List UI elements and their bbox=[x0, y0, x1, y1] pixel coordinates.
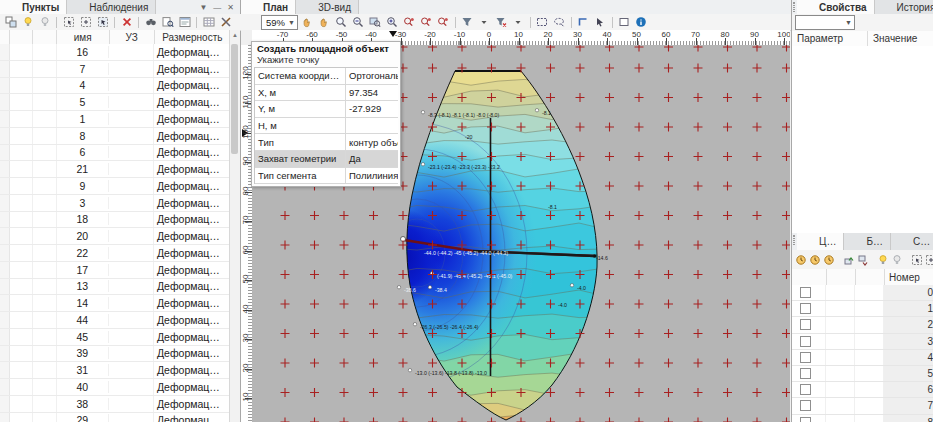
tab-layers[interactable]: С… bbox=[891, 233, 933, 250]
select-cell[interactable] bbox=[792, 317, 826, 332]
name-cell[interactable]: 17 bbox=[57, 264, 110, 276]
zoom-in-icon[interactable] bbox=[385, 15, 400, 29]
dimension-cell[interactable]: Деформац… bbox=[154, 213, 230, 225]
row-selector[interactable] bbox=[0, 329, 10, 345]
select-rect-icon[interactable] bbox=[535, 15, 550, 29]
dimension-cell[interactable]: Деформац… bbox=[154, 46, 230, 58]
bulb-on-icon[interactable] bbox=[877, 253, 889, 267]
attachment-cell[interactable] bbox=[33, 295, 56, 311]
dialog-param-row[interactable]: Типконтур объекта bbox=[255, 134, 398, 151]
tab-properties[interactable]: Свойства bbox=[797, 0, 875, 14]
row-selector[interactable] bbox=[0, 161, 10, 177]
filter-x-icon[interactable] bbox=[494, 15, 509, 29]
bulb-on-icon[interactable] bbox=[20, 15, 35, 29]
number-cell[interactable]: 3 bbox=[884, 334, 933, 349]
dd-icon[interactable] bbox=[511, 15, 526, 29]
uz-cell[interactable] bbox=[109, 346, 154, 362]
clock-icon[interactable] bbox=[809, 253, 821, 267]
filter-icon[interactable] bbox=[460, 15, 475, 29]
dimension-cell[interactable]: Деформац… bbox=[154, 79, 230, 91]
comment-cell[interactable] bbox=[10, 128, 33, 144]
name-cell[interactable]: 21 bbox=[57, 163, 110, 175]
cycle-row[interactable]: 5 bbox=[792, 366, 933, 382]
point-row[interactable]: 5Деформац… bbox=[0, 94, 230, 111]
dimension-cell[interactable]: Деформац… bbox=[154, 130, 230, 142]
point-row[interactable]: 44Деформац… bbox=[0, 312, 230, 329]
comment-cell[interactable] bbox=[10, 94, 33, 110]
uz-cell[interactable] bbox=[109, 329, 154, 345]
layers-swap-icon[interactable] bbox=[3, 15, 18, 29]
delete-x-icon[interactable] bbox=[119, 15, 134, 29]
name-cell[interactable]: 8 bbox=[57, 130, 110, 142]
uz-cell[interactable] bbox=[109, 161, 154, 177]
uz-cell[interactable] bbox=[109, 145, 154, 161]
dd-icon[interactable] bbox=[477, 15, 492, 29]
properties-filter-combobox[interactable]: ▼ bbox=[795, 15, 855, 30]
comment-cell[interactable] bbox=[10, 362, 33, 378]
comment-cell[interactable] bbox=[826, 350, 855, 365]
row-selector[interactable] bbox=[0, 145, 10, 161]
dialog-param-row[interactable]: Y, м-27.929 bbox=[255, 101, 398, 118]
tab-3d-view[interactable]: 3D-вид bbox=[296, 0, 359, 14]
row-selector[interactable] bbox=[0, 279, 10, 295]
comment-cell[interactable] bbox=[826, 382, 855, 397]
comment-cell[interactable] bbox=[826, 301, 855, 316]
dialog-param-row[interactable]: H, м bbox=[255, 118, 398, 135]
attachment-cell[interactable] bbox=[33, 262, 56, 278]
uz-cell[interactable] bbox=[109, 128, 154, 144]
point-row[interactable]: 7Деформац… bbox=[0, 61, 230, 78]
cycle-row[interactable]: 6 bbox=[792, 382, 933, 398]
comment-cell[interactable] bbox=[10, 245, 33, 261]
zoom-user-icon[interactable] bbox=[436, 15, 451, 29]
number-cell[interactable]: 4 bbox=[884, 350, 933, 365]
attachment-cell[interactable] bbox=[855, 301, 884, 316]
dimension-column-header[interactable]: Размерность bbox=[155, 30, 230, 44]
uz-cell[interactable] bbox=[109, 78, 154, 94]
dimension-cell[interactable]: Деформац… bbox=[154, 163, 230, 175]
select-cell[interactable] bbox=[792, 366, 826, 381]
bulb-off-icon[interactable] bbox=[891, 253, 903, 267]
comment-cell[interactable] bbox=[10, 228, 33, 244]
point-row[interactable]: 6Деформац… bbox=[0, 145, 230, 162]
attachment-cell[interactable] bbox=[855, 415, 884, 422]
comment-cell[interactable] bbox=[826, 398, 855, 413]
zoom-out-icon[interactable] bbox=[351, 15, 366, 29]
param-value[interactable]: -27.929 bbox=[346, 103, 398, 114]
attachment-cell[interactable] bbox=[33, 413, 56, 422]
point-row[interactable]: 13Деформац… bbox=[0, 279, 230, 296]
attachment-cell[interactable] bbox=[33, 279, 56, 295]
comment-cell[interactable] bbox=[10, 413, 33, 422]
dimension-cell[interactable]: Деформац… bbox=[154, 264, 230, 276]
name-cell[interactable]: 45 bbox=[57, 331, 110, 343]
point-row[interactable]: 45Деформац… bbox=[0, 329, 230, 346]
comment-column-header[interactable] bbox=[827, 269, 856, 285]
cycle-row[interactable]: 8 bbox=[792, 415, 933, 422]
snap-corner-icon[interactable] bbox=[576, 15, 591, 29]
row-selector[interactable] bbox=[0, 379, 10, 395]
comment-cell[interactable] bbox=[10, 396, 33, 412]
number-cell[interactable]: 6 bbox=[884, 382, 933, 397]
name-cell[interactable]: 31 bbox=[57, 364, 110, 376]
attachment-column-header[interactable] bbox=[33, 30, 57, 44]
param-value[interactable]: контур объекта bbox=[346, 137, 398, 148]
cursor-mode-icon[interactable] bbox=[593, 15, 608, 29]
close-button[interactable]: ✕ bbox=[227, 3, 234, 12]
attachment-cell[interactable] bbox=[33, 111, 56, 127]
select-cell[interactable] bbox=[792, 334, 826, 349]
row-checkbox[interactable] bbox=[800, 384, 811, 395]
name-cell[interactable]: 1 bbox=[57, 113, 110, 125]
number-cell[interactable]: 2 bbox=[884, 317, 933, 332]
tools-x-icon[interactable] bbox=[218, 15, 233, 29]
form-editor-icon[interactable] bbox=[177, 15, 192, 29]
comment-cell[interactable] bbox=[10, 346, 33, 362]
bulb-off-icon[interactable] bbox=[37, 15, 52, 29]
attachment-cell[interactable] bbox=[33, 145, 56, 161]
dimension-cell[interactable]: Деформац… bbox=[154, 398, 230, 410]
dialog-param-row[interactable]: Тип сегментаПолилиния bbox=[255, 168, 398, 185]
drag-grip[interactable] bbox=[793, 2, 795, 12]
point-row[interactable]: 4Деформац… bbox=[0, 78, 230, 95]
pan-hand-icon[interactable] bbox=[317, 15, 332, 29]
comment-cell[interactable] bbox=[10, 379, 33, 395]
name-cell[interactable]: 39 bbox=[57, 347, 110, 359]
uz-cell[interactable] bbox=[109, 44, 154, 60]
